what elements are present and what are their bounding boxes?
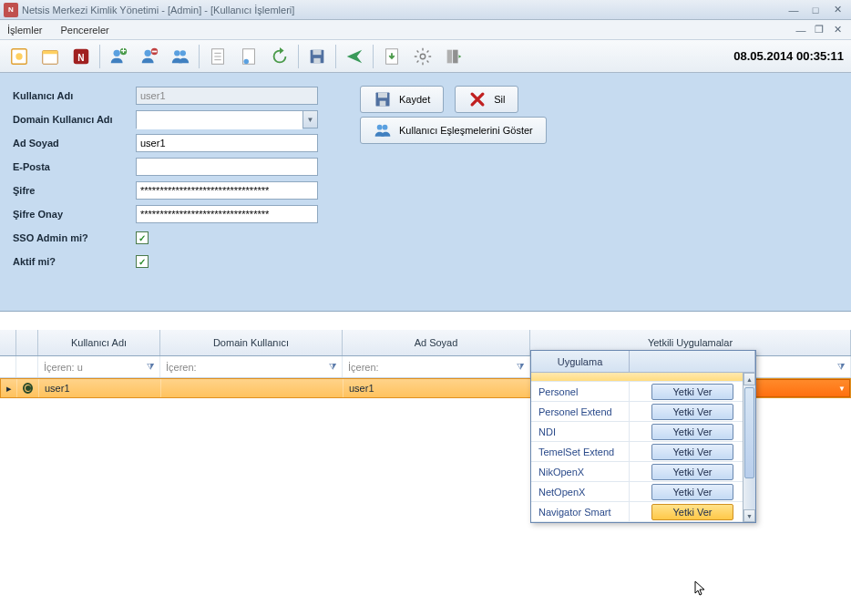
delete-icon	[468, 90, 487, 108]
delete-button[interactable]: Sil	[455, 86, 518, 113]
scroll-down-icon[interactable]: ▼	[743, 509, 755, 522]
save-button-label: Kaydet	[399, 94, 430, 105]
mdi-restore-button[interactable]: ❐	[811, 24, 827, 36]
chevron-down-icon[interactable]: ▼	[838, 385, 846, 393]
dropdown-row[interactable]: NetOpenXYetki Ver	[531, 482, 755, 502]
combo-domain-kullanici-adi[interactable]: ▼	[136, 110, 318, 128]
scroll-up-icon[interactable]: ▲	[743, 373, 755, 385]
dropdown-item-action: Yetki Ver	[630, 462, 755, 481]
yetki-ver-button[interactable]: Yetki Ver	[651, 464, 733, 480]
checkbox-sso-admin[interactable]: ✓	[136, 231, 149, 244]
yetki-ver-button[interactable]: Yetki Ver	[651, 404, 733, 420]
funnel-icon[interactable]: ⧩	[837, 362, 845, 373]
dropdown-item-name: NDI	[531, 422, 630, 441]
grid-filter-kullanici-adi[interactable]: İçeren: u⧩	[38, 356, 160, 377]
funnel-icon[interactable]: ⧩	[517, 362, 524, 373]
toolbar-send-icon[interactable]	[340, 43, 369, 70]
svg-text:+: +	[121, 46, 127, 56]
input-kullanici-adi[interactable]	[136, 87, 318, 105]
dropdown-item-name: Personel	[531, 382, 630, 401]
dropdown-item-action: Yetki Ver	[630, 442, 755, 461]
funnel-icon[interactable]: ⧩	[147, 362, 154, 373]
input-ad-soyad[interactable]	[136, 134, 318, 152]
dropdown-header-action	[630, 351, 755, 372]
dropdown-row[interactable]: NDIYetki Ver	[531, 422, 755, 442]
mdi-close-button[interactable]: ✕	[829, 24, 846, 36]
input-eposta[interactable]	[136, 158, 318, 176]
toolbar-document-user-icon[interactable]	[234, 43, 263, 70]
toolbar-settings-icon[interactable]	[408, 43, 437, 70]
svg-rect-28	[378, 93, 387, 98]
dropdown-row[interactable]: PersonelYetki Ver	[531, 382, 755, 402]
svg-rect-22	[313, 57, 320, 63]
cell-domain	[161, 379, 343, 397]
dropdown-item-name: TemelSet Extend	[531, 442, 630, 461]
label-eposta: E-Posta	[13, 161, 136, 172]
scroll-thumb[interactable]	[744, 387, 754, 478]
close-button[interactable]: ✕	[827, 3, 847, 17]
toolbar-import-icon[interactable]	[377, 43, 406, 70]
yetki-ver-button[interactable]: Yetki Ver	[651, 504, 733, 520]
row-radio[interactable]	[17, 379, 39, 397]
show-matches-button[interactable]: Kullanıcı Eşleşmelerini Göster	[360, 117, 547, 144]
toolbar-n-icon[interactable]: N	[67, 43, 96, 70]
maximize-button[interactable]: □	[805, 3, 825, 17]
svg-point-13	[180, 50, 186, 56]
window-controls: — □ ✕	[784, 3, 847, 17]
apps-dropdown: Uygulama PersonelYetki VerPersonel Exten…	[530, 350, 756, 523]
yetki-ver-button[interactable]: Yetki Ver	[651, 444, 733, 460]
chevron-down-icon[interactable]: ▼	[302, 111, 317, 128]
yetki-ver-button[interactable]: Yetki Ver	[651, 424, 733, 440]
svg-point-19	[244, 58, 250, 64]
grid-header-domain-kullanici[interactable]: Domain Kullanıcı	[160, 330, 343, 355]
yetki-ver-button[interactable]: Yetki Ver	[651, 384, 733, 400]
checkbox-aktif[interactable]: ✓	[136, 255, 149, 268]
toolbar-users-icon[interactable]	[166, 43, 195, 70]
grid-header-ad-soyad[interactable]: Ad Soyad	[343, 330, 530, 355]
label-ad-soyad: Ad Soyad	[13, 138, 136, 149]
toolbar-refresh-icon[interactable]	[265, 43, 294, 70]
input-sifre-onay[interactable]	[136, 205, 318, 223]
dropdown-item-action: Yetki Ver	[630, 482, 755, 501]
dropdown-header-uygulama[interactable]: Uygulama	[531, 351, 630, 372]
dropdown-item-action: Yetki Ver	[630, 402, 755, 421]
menu-pencereler[interactable]: Pencereler	[61, 25, 109, 36]
label-sifre-onay: Şifre Onay	[13, 209, 136, 220]
svg-point-31	[383, 125, 388, 130]
input-sifre[interactable]	[136, 181, 318, 200]
menu-islemler[interactable]: İşlemler	[7, 25, 43, 36]
mdi-controls: — ❐ ✕	[793, 24, 846, 36]
toolbar-new-icon[interactable]	[5, 43, 34, 70]
svg-rect-21	[313, 49, 321, 55]
form-panel: Kullanıcı Adı Domain Kullanıcı Adı ▼ Ad …	[0, 73, 851, 312]
window-title: Netsis Merkezi Kimlik Yönetimi - [Admin]…	[22, 5, 784, 15]
dropdown-row[interactable]: Navigator SmartYetki Ver	[531, 502, 755, 522]
label-sso-admin: SSO Admin mi?	[13, 232, 136, 243]
dropdown-row[interactable]: NikOpenXYetki Ver	[531, 462, 755, 482]
svg-point-12	[174, 50, 179, 56]
toolbar-calendar-icon[interactable]	[36, 43, 65, 70]
dropdown-row[interactable]: Personel ExtendYetki Ver	[531, 402, 755, 422]
toolbar-user-remove-icon[interactable]	[135, 43, 164, 70]
save-button[interactable]: Kaydet	[360, 86, 444, 113]
toolbar-document-icon[interactable]	[203, 43, 232, 70]
toolbar-save-icon[interactable]	[302, 43, 332, 70]
yetki-ver-button[interactable]: Yetki Ver	[651, 484, 733, 500]
dropdown-row[interactable]: TemelSet ExtendYetki Ver	[531, 442, 755, 462]
dropdown-scrollbar[interactable]: ▲ ▼	[743, 373, 755, 522]
toolbar-user-add-icon[interactable]: +	[104, 43, 133, 70]
svg-rect-25	[447, 49, 453, 63]
row-indicator-icon: ▸	[1, 379, 17, 397]
label-aktif: Aktif mi?	[13, 256, 136, 267]
dropdown-row-spacer	[531, 373, 755, 382]
minimize-button[interactable]: —	[784, 3, 804, 17]
grid-header-kullanici-adi[interactable]: Kullanıcı Adı	[38, 330, 160, 355]
funnel-icon[interactable]: ⧩	[329, 362, 336, 373]
cell-ad-soyad: user1	[343, 379, 531, 397]
mdi-minimize-button[interactable]: —	[793, 24, 809, 36]
input-domain-kullanici-adi[interactable]	[137, 111, 302, 129]
dropdown-item-name: NikOpenX	[531, 462, 630, 481]
grid-filter-domain[interactable]: İçeren:⧩	[160, 356, 343, 377]
toolbar-stack-icon[interactable]	[439, 43, 468, 70]
grid-filter-ad-soyad[interactable]: İçeren:⧩	[343, 356, 530, 377]
